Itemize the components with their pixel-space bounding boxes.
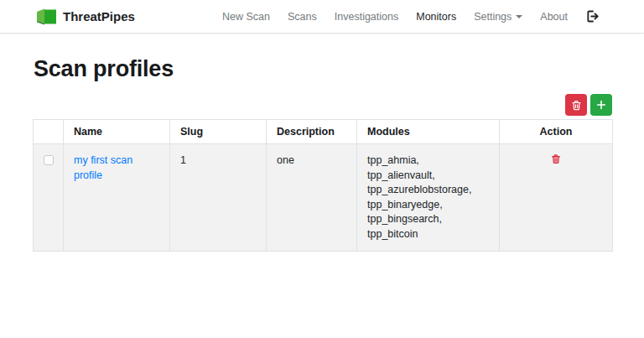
nav-item-monitors[interactable]: Monitors xyxy=(416,11,456,23)
brand-link[interactable]: ThreatPipes xyxy=(37,8,135,26)
header-slug: Slug xyxy=(170,120,267,144)
action-cell xyxy=(500,144,613,252)
nav-item-settings[interactable]: Settings xyxy=(474,11,522,23)
nav-item-about[interactable]: About xyxy=(540,11,568,23)
plus-icon xyxy=(595,99,607,111)
delete-selected-button[interactable] xyxy=(565,94,587,116)
chevron-down-icon xyxy=(516,15,522,18)
page-title: Scan profiles xyxy=(34,56,612,82)
header-name: Name xyxy=(64,120,170,144)
trash-icon xyxy=(571,100,582,111)
toolbar xyxy=(33,94,612,116)
add-profile-button[interactable] xyxy=(590,94,612,116)
threatpipes-logo-icon xyxy=(37,8,57,26)
header-description: Description xyxy=(267,120,357,144)
top-navbar: ThreatPipes New Scan Scans Investigation… xyxy=(0,0,644,34)
row-checkbox[interactable] xyxy=(44,155,54,165)
nav-item-settings-label: Settings xyxy=(474,11,512,23)
table-header-row: Name Slug Description Modules Action xyxy=(34,120,613,144)
modules-cell: tpp_ahmia, tpp_alienvault, tpp_azureblob… xyxy=(357,144,500,252)
header-action: Action xyxy=(500,120,613,144)
trash-icon xyxy=(551,153,561,164)
nav-item-scans[interactable]: Scans xyxy=(288,11,317,23)
delete-row-button[interactable] xyxy=(551,153,561,169)
nav-item-new-scan[interactable]: New Scan xyxy=(222,11,270,23)
slug-cell: 1 xyxy=(170,144,267,252)
description-cell: one xyxy=(267,144,357,252)
header-modules: Modules xyxy=(357,120,500,144)
table-row: my first scan profile 1 one tpp_ahmia, t… xyxy=(34,144,613,252)
logout-button[interactable] xyxy=(585,9,600,23)
name-cell: my first scan profile xyxy=(64,144,170,252)
profile-name-link[interactable]: my first scan profile xyxy=(74,154,132,181)
header-select xyxy=(34,120,64,144)
nav-item-investigations[interactable]: Investigations xyxy=(335,11,398,23)
select-cell xyxy=(34,144,64,252)
sign-out-icon xyxy=(585,9,600,23)
main-content: Scan profiles Name Slug Des xyxy=(0,56,644,252)
nav-links: New Scan Scans Investigations Monitors S… xyxy=(222,9,600,23)
scan-profiles-table: Name Slug Description Modules Action my … xyxy=(33,119,613,252)
brand-name: ThreatPipes xyxy=(63,9,135,23)
